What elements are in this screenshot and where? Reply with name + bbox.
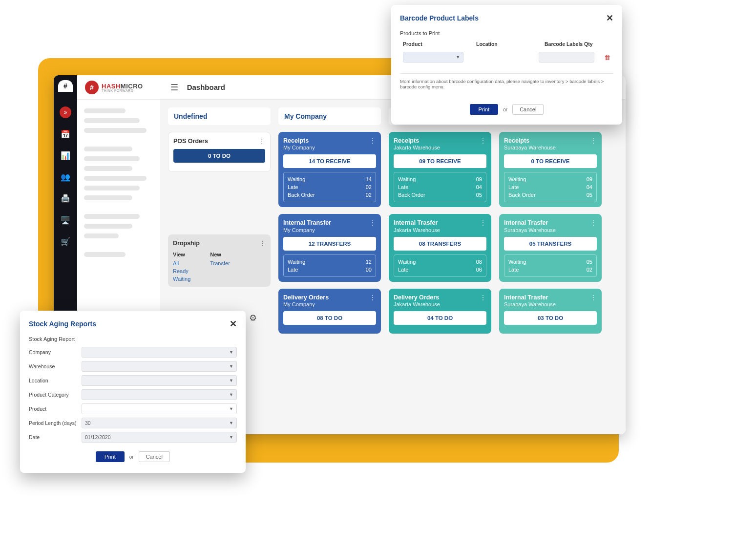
monitor-icon[interactable]: 🖥️ xyxy=(60,214,71,226)
card-delivery-mc: Delivery OrdersMy Company⋮ 08 TO DO xyxy=(278,289,381,334)
stats: Waiting14 Late02 Back Order02 xyxy=(283,172,376,202)
receive-button[interactable]: 0 TO RECEIVE xyxy=(504,154,597,168)
cancel-button[interactable]: Cancel xyxy=(139,451,170,462)
select-warehouse[interactable]: ▼ xyxy=(82,361,237,372)
trash-icon[interactable]: 🗑 xyxy=(604,54,610,61)
card-internal-sb: Internal TrasferSurabaya Warehouse⋮ 05 T… xyxy=(499,214,602,281)
users-icon[interactable]: 👥 xyxy=(60,171,71,183)
card-subtitle: My Company xyxy=(283,145,315,150)
barcode-modal: Barcode Product Labels✕ Products to Prin… xyxy=(391,5,622,125)
link-ready[interactable]: Ready xyxy=(173,268,190,274)
receive-button[interactable]: 09 TO RECEIVE xyxy=(394,154,486,168)
cancel-button[interactable]: Cancel xyxy=(512,104,544,115)
new-label: New xyxy=(210,252,230,257)
todo-button[interactable]: 04 TO DO xyxy=(394,311,486,325)
card-title: Receipts xyxy=(283,137,315,145)
label-location: Location xyxy=(29,378,77,383)
modal-title: Stock Aging Reports xyxy=(29,320,96,328)
column-header: Undefined xyxy=(168,107,271,125)
view-label: View xyxy=(173,252,190,257)
th-location: Location xyxy=(476,41,535,47)
label-period: Period Length (days) xyxy=(29,420,77,426)
card-menu-icon[interactable]: ⋮ xyxy=(480,294,486,301)
select-product-category[interactable]: ▼ xyxy=(82,389,237,400)
card-menu-icon[interactable]: ⋮ xyxy=(590,219,597,227)
card-subtitle: My Company xyxy=(283,301,329,307)
calendar-icon[interactable]: 📅 xyxy=(60,128,71,140)
stats: Waiting05 Late02 xyxy=(504,254,597,277)
card-title: Internal Trasfer xyxy=(394,219,440,227)
product-select[interactable]: ▼ xyxy=(403,52,463,63)
stats: Waiting09 Late04 Back Order05 xyxy=(394,172,486,202)
select-date[interactable]: 01/12/2020▼ xyxy=(82,432,237,443)
card-receipts-sb: ReceiptsSurabaya Warehouse⋮ 0 TO RECEIVE… xyxy=(499,132,602,207)
cart-icon[interactable]: 🛒 xyxy=(60,235,71,247)
label-product-category: Product Category xyxy=(29,392,77,398)
card-menu-icon[interactable]: ⋮ xyxy=(259,239,266,247)
close-icon[interactable]: ✕ xyxy=(230,318,237,329)
todo-button[interactable]: 08 TO DO xyxy=(283,311,376,325)
print-button[interactable]: Print xyxy=(96,451,125,462)
card-subtitle: Surabaya Warehouse xyxy=(504,227,556,233)
stock-aging-modal: Stock Aging Reports✕ Stock Aging Report … xyxy=(20,311,246,473)
card-title: POS Orders xyxy=(173,137,208,145)
transfers-button[interactable]: 05 TRANSFERS xyxy=(504,237,597,251)
or-text: or xyxy=(129,454,134,460)
brand-logo-icon: # xyxy=(85,81,99,94)
card-menu-icon[interactable]: ⋮ xyxy=(369,219,376,227)
chart-icon[interactable]: 📊 xyxy=(60,149,71,161)
card-title: Internal Trasfer xyxy=(504,219,556,227)
card-receipts-jk: ReceiptsJakarta Warehouse⋮ 09 TO RECEIVE… xyxy=(389,132,491,207)
select-company[interactable]: ▼ xyxy=(82,347,237,358)
th-product: Product xyxy=(403,41,466,47)
card-title: Internal Trasfer xyxy=(504,294,556,301)
card-dropship: Dropship⋮ View All Ready Waiting New Tra… xyxy=(168,234,271,286)
menu-icon[interactable]: ☰ xyxy=(170,82,178,93)
close-icon[interactable]: ✕ xyxy=(606,13,613,23)
card-menu-icon[interactable]: ⋮ xyxy=(590,137,597,145)
todo-button[interactable]: 03 TO DO xyxy=(504,311,597,325)
card-menu-icon[interactable]: ⋮ xyxy=(369,137,376,145)
link-transfer[interactable]: Transfer xyxy=(210,260,230,266)
link-waiting[interactable]: Waiting xyxy=(173,276,190,282)
link-all[interactable]: All xyxy=(173,260,190,266)
column-jakarta: Jakarta ReceiptsJakarta Warehouse⋮ 09 TO… xyxy=(389,107,491,426)
stats: Waiting08 Late06 xyxy=(394,254,486,277)
card-menu-icon[interactable]: ⋮ xyxy=(369,294,376,301)
card-subtitle: Jakarta Warehouse xyxy=(394,301,440,307)
label-company: Company xyxy=(29,349,77,355)
card-receipts-mc: ReceiptsMy Company⋮ 14 TO RECEIVE Waitin… xyxy=(278,132,381,207)
card-title: Dropship xyxy=(173,239,200,247)
divider xyxy=(400,73,613,74)
todo-button[interactable]: 0 TO DO xyxy=(173,149,265,163)
select-location[interactable]: ▼ xyxy=(82,375,237,386)
transfers-button[interactable]: 08 TRANSFERS xyxy=(394,237,486,251)
column-mycompany: My Company ReceiptsMy Company⋮ 14 TO REC… xyxy=(278,107,381,426)
expand-icon[interactable]: » xyxy=(60,106,71,118)
stats: Waiting12 Late00 xyxy=(283,254,376,277)
label-warehouse: Warehouse xyxy=(29,363,77,369)
card-delivery-jk: Delivery OrdersJakarta Warehouse⋮ 04 TO … xyxy=(389,289,491,334)
info-text: More information about barcode configura… xyxy=(400,79,613,89)
select-product[interactable]: ▼ xyxy=(82,403,237,414)
card-menu-icon[interactable]: ⋮ xyxy=(480,219,486,227)
receive-button[interactable]: 14 TO RECEIVE xyxy=(283,154,376,168)
print-button[interactable]: Print xyxy=(470,104,499,115)
gear-icon[interactable]: ⚙ xyxy=(249,313,257,323)
barcode-row: ▼ 🗑 xyxy=(400,50,613,64)
stats: Waiting09 Late04 Back Order05 xyxy=(504,172,597,202)
select-period[interactable]: 30▼ xyxy=(82,418,237,428)
or-text: or xyxy=(503,107,507,112)
card-title: Delivery Orders xyxy=(283,294,329,301)
card-menu-icon[interactable]: ⋮ xyxy=(590,294,597,301)
card-menu-icon[interactable]: ⋮ xyxy=(258,137,265,145)
card-title: Delivery Orders xyxy=(394,294,440,301)
card-title: Receipts xyxy=(394,137,440,145)
printer-icon[interactable]: 🖨️ xyxy=(60,192,71,204)
card-menu-icon[interactable]: ⋮ xyxy=(480,137,486,145)
page-title: Dashboard xyxy=(187,83,225,91)
transfers-button[interactable]: 12 TRANSFERS xyxy=(283,237,376,251)
qty-input[interactable] xyxy=(539,52,594,63)
card-subtitle: My Company xyxy=(283,227,331,233)
card-title: Internal Transfer xyxy=(283,219,331,227)
